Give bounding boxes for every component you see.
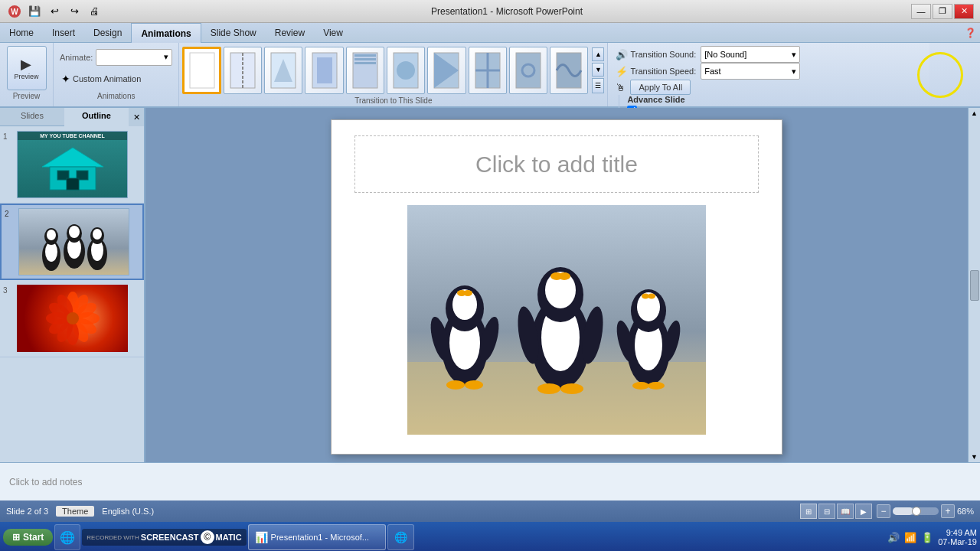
animate-dropdown[interactable]: ▾ [96,49,172,66]
title-placeholder-text: Click to add title [475,152,638,178]
svg-point-14 [397,61,415,80]
windows-logo-icon: ⊞ [12,532,20,543]
svg-point-35 [69,226,80,238]
transitions-group: ▲ ▼ ☰ Transition to This Slide [179,43,608,106]
undo-button[interactable]: ↩ [46,3,63,20]
zoom-slider[interactable] [893,507,939,515]
transition-scroll: ▲ ▼ ☰ [592,47,604,93]
zoom-handle[interactable] [912,507,921,516]
restore-button[interactable]: ❐ [933,4,952,19]
slide-count: Slide 2 of 3 [6,507,48,516]
slides-panel: Slides Outline ✕ 1 MY YOU TUBE CHANNEL [0,108,145,462]
tab-view[interactable]: View [314,23,352,42]
reading-view-button[interactable]: 📖 [837,504,854,519]
tab-review[interactable]: Review [266,23,314,42]
title-placeholder[interactable]: Click to add title [354,135,759,193]
zoom-in-button[interactable]: + [941,504,955,518]
slide1-channel-label: MY YOU TUBE CHANNEL [18,132,127,140]
transition-scroll-up[interactable]: ▲ [592,47,604,61]
screencast-brand: SCREENCAST [141,533,199,542]
outline-tab[interactable]: Outline [64,108,129,126]
zoom-control: − + 68% [877,504,974,518]
slide-number-2: 2 [5,210,15,218]
tab-animations[interactable]: Animations [131,23,201,43]
transition-scroll-down[interactable]: ▼ [592,63,604,77]
transition-thumb-3[interactable] [264,47,302,94]
ribbon: Home Insert Design Animations Slide Show… [0,23,980,108]
tab-insert[interactable]: Insert [43,23,84,42]
transition-speed-dropdown[interactable]: Fast▾ [701,63,800,80]
scrollbar-thumb[interactable] [970,270,979,301]
print-button[interactable]: 🖨 [86,3,103,20]
transition-thumb-10[interactable] [550,47,588,94]
transition-thumb-8[interactable] [469,47,507,94]
screencast-logo-icon: © [201,530,214,544]
svg-point-79 [648,294,655,299]
svg-rect-10 [354,54,376,57]
close-button[interactable]: ✕ [954,4,974,19]
ribbon-content: ▶ Preview Preview Animate: ▾ ✦ Custom An… [0,43,980,106]
slide-thumbnail-3 [17,285,128,352]
office-button[interactable]: W [6,3,23,20]
svg-point-31 [47,230,56,240]
animate-label: Animate: [60,53,93,62]
scrollbar-down[interactable]: ▼ [971,453,978,461]
zoom-out-button[interactable]: − [877,504,890,518]
redo-button[interactable]: ↪ [66,3,83,20]
save-button[interactable]: 💾 [26,3,43,20]
tab-slideshow[interactable]: Slide Show [201,23,266,42]
help-button[interactable]: ❓ [960,23,980,43]
custom-animation-icon: ✦ [61,73,70,85]
slide-sorter-button[interactable]: ⊟ [818,504,835,519]
tab-home[interactable]: Home [0,23,43,42]
svg-rect-27 [67,178,79,190]
slide-item-2[interactable]: 2 [0,204,144,280]
tab-design[interactable]: Design [84,23,131,42]
svg-point-69 [558,272,570,280]
scrollbar-up[interactable]: ▲ [971,109,978,117]
preview-button[interactable]: ▶ Preview [7,46,47,90]
ie-button[interactable]: 🌐 [54,524,80,550]
powerpoint-taskbar-button[interactable]: 📊 Presentation1 - Microsof... [248,524,386,550]
svg-point-62 [446,380,465,390]
transition-thumb-7[interactable] [427,47,466,94]
chrome-taskbar-button[interactable]: 🌐 [387,524,414,550]
transition-scroll-more[interactable]: ☰ [592,78,604,93]
svg-text:W: W [11,8,18,16]
animations-label: Animations [60,92,172,100]
svg-rect-12 [354,62,376,64]
custom-animation-button[interactable]: ✦ Custom Animation [60,71,172,86]
canvas-area: Click to add title [145,108,968,462]
transition-sound-dropdown[interactable]: [No Sound]▾ [701,46,800,63]
screencast-suffix: MATIC [216,533,242,542]
transition-thumb-2[interactable] [224,47,262,94]
notes-area[interactable]: Click to add notes [0,462,980,500]
sound-icon: 🔊 [616,49,628,60]
start-button[interactable]: ⊞ Start [3,529,53,546]
date-display: 07-Mar-19 [938,537,977,546]
apply-to-all-button[interactable]: Apply To All [630,80,691,95]
transition-thumb-4[interactable] [305,47,343,94]
right-panel: 🔊 Transition Sound: [No Sound]▾ ⚡ Transi… [608,43,929,106]
ribbon-tabs: Home Insert Design Animations Slide Show… [0,23,980,43]
quick-access-toolbar: W 💾 ↩ ↪ 🖨 [6,3,103,20]
slide-canvas[interactable]: Click to add title [331,119,782,455]
slides-tab[interactable]: Slides [0,108,64,126]
view-buttons: ⊞ ⊟ 📖 ▶ [800,504,872,519]
transition-thumb-5[interactable] [346,47,384,94]
slideshow-view-button[interactable]: ▶ [855,504,872,519]
transition-thumb-9[interactable] [509,47,547,94]
slide-item-1[interactable]: 1 MY YOU TUBE CHANNEL [0,126,144,204]
slide-thumbnail-1: MY YOU TUBE CHANNEL [17,131,128,198]
normal-view-button[interactable]: ⊞ [800,504,817,519]
preview-label: Preview [13,92,41,100]
speaker-icon: 🔊 [887,532,900,543]
minimize-button[interactable]: — [911,4,931,19]
status-right: ⊞ ⊟ 📖 ▶ − + 68% [800,504,974,519]
transition-thumb-6[interactable] [387,47,425,94]
close-panel-button[interactable]: ✕ [129,108,144,126]
transition-speed-icon-label: ⚡ Transition Speed: [616,66,696,77]
ie-icon: 🌐 [60,530,75,545]
slide-item-3[interactable]: 3 [0,280,144,357]
transition-thumb-none[interactable] [182,47,220,94]
